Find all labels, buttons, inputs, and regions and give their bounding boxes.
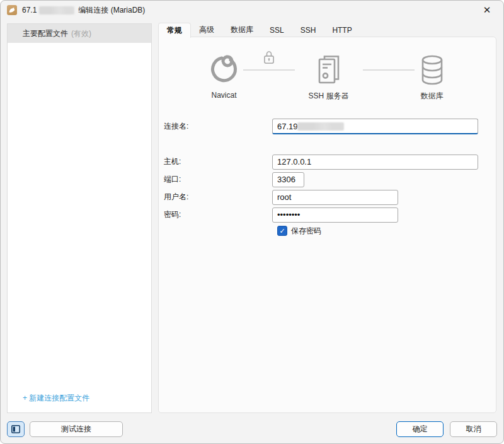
port-input[interactable] <box>272 172 304 187</box>
new-profile-link[interactable]: + 新建连接配置文件 <box>8 388 151 412</box>
profiles-sidebar: 主要配置文件 (有效) + 新建连接配置文件 <box>7 23 152 413</box>
bird-glyph <box>8 6 16 14</box>
form-spacer <box>164 136 496 154</box>
diagram-navicat-node: Navicat <box>209 53 239 100</box>
diagram-database-node: 数据库 <box>418 53 446 102</box>
host-input[interactable] <box>272 155 478 170</box>
tab-advanced[interactable]: 高级 <box>191 23 222 37</box>
profiles-header-note: (有效) <box>71 28 91 39</box>
connection-name-row: 连接名: <box>164 119 496 134</box>
tab-general[interactable]: 常规 <box>158 23 191 38</box>
profiles-header: 主要配置文件 (有效) <box>8 24 151 43</box>
tab-http[interactable]: HTTP <box>324 23 360 37</box>
diagram-ssh-node: SSH 服务器 <box>299 53 359 102</box>
tab-ssh[interactable]: SSH <box>292 23 324 37</box>
close-icon[interactable]: ✕ <box>477 3 497 18</box>
ssh-server-icon <box>314 54 343 86</box>
ok-button[interactable]: 确定 <box>396 421 444 437</box>
cancel-button[interactable]: 取消 <box>450 421 497 437</box>
username-label: 用户名: <box>164 192 272 202</box>
window-title-prefix: 67.1 <box>22 6 37 15</box>
port-row: 端口: <box>164 172 496 187</box>
tabbar: 常规 高级 数据库 SSL SSH HTTP <box>158 23 360 37</box>
host-row: 主机: <box>164 154 496 170</box>
port-label: 端口: <box>164 174 272 185</box>
username-input[interactable] <box>272 190 398 205</box>
connector-line-1 <box>243 69 295 71</box>
save-password-checkbox[interactable]: ✓ <box>277 226 287 236</box>
database-icon <box>418 54 446 86</box>
username-row: 用户名: <box>164 189 496 205</box>
diagram-database-label: 数据库 <box>421 91 444 102</box>
password-label: 密码: <box>164 209 272 220</box>
password-row: 密码: <box>164 207 496 223</box>
connection-form: 连接名: 主机: 端口: 用户名: 密码: <box>159 119 496 237</box>
connection-name-redaction <box>297 122 344 131</box>
toggle-sidebar-button[interactable] <box>7 421 25 437</box>
connection-name-label: 连接名: <box>164 121 272 132</box>
edit-connection-dialog: 67.1 编辑连接 (MariaDB) ✕ 主要配置文件 (有效) + 新建连接… <box>0 0 504 444</box>
save-password-label: 保存密码 <box>291 226 321 237</box>
diagram-ssh-label: SSH 服务器 <box>308 91 348 102</box>
host-label: 主机: <box>164 156 272 167</box>
dialog-footer: 测试连接 确定 取消 <box>1 414 503 443</box>
save-password-row: ✓ 保存密码 <box>277 225 496 237</box>
general-tab-panel: Navicat <box>158 37 496 413</box>
sidebar-panel-icon <box>11 425 20 433</box>
lock-icon <box>262 50 276 65</box>
test-connection-button[interactable]: 测试连接 <box>30 421 123 437</box>
diagram-navicat-label: Navicat <box>211 91 236 100</box>
profiles-header-label: 主要配置文件 <box>23 28 68 39</box>
password-input[interactable] <box>272 207 398 223</box>
titlebar: 67.1 编辑连接 (MariaDB) ✕ <box>1 1 503 20</box>
checkmark-icon: ✓ <box>279 228 285 235</box>
connection-diagram: Navicat <box>159 53 496 102</box>
tab-databases[interactable]: 数据库 <box>222 23 261 37</box>
profiles-list[interactable] <box>8 43 151 388</box>
window-title: 编辑连接 (MariaDB) <box>78 5 145 16</box>
tab-ssl[interactable]: SSL <box>261 23 292 37</box>
navicat-logo-icon <box>209 54 239 86</box>
connector-line-2 <box>363 69 415 71</box>
navicat-app-icon <box>7 5 17 15</box>
title-redaction <box>39 6 74 15</box>
